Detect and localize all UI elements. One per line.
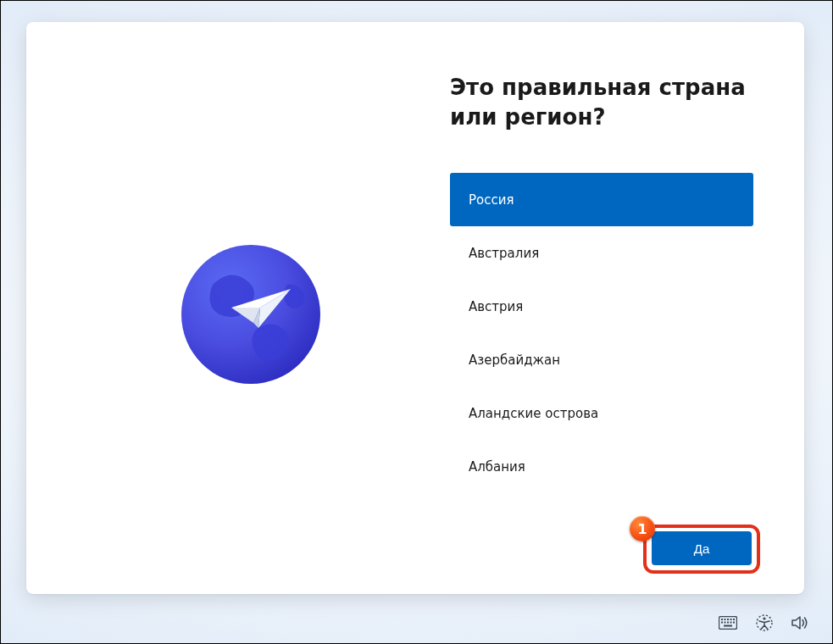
accessibility-icon[interactable] xyxy=(756,614,773,631)
svg-rect-10 xyxy=(733,619,735,620)
content-pane: Это правильная страна или регион? Россия… xyxy=(416,22,804,594)
svg-rect-12 xyxy=(725,622,726,624)
volume-icon[interactable] xyxy=(791,615,810,630)
yes-button[interactable]: Да xyxy=(652,531,752,565)
country-item[interactable]: Австрия xyxy=(450,280,753,333)
globe-paper-plane-icon xyxy=(179,242,323,386)
svg-rect-14 xyxy=(730,622,732,624)
country-item[interactable]: Россия xyxy=(450,173,753,226)
svg-rect-13 xyxy=(727,622,729,624)
oobe-card: Это правильная страна или регион? Россия… xyxy=(26,22,804,594)
svg-rect-9 xyxy=(730,619,732,620)
country-list[interactable]: РоссияАвстралияАвстрияАзербайджанАландск… xyxy=(450,173,753,493)
keyboard-icon[interactable] xyxy=(719,616,737,630)
svg-rect-7 xyxy=(725,619,726,620)
country-item[interactable]: Албания xyxy=(450,440,753,493)
svg-point-18 xyxy=(763,617,765,619)
svg-rect-15 xyxy=(733,622,735,624)
svg-rect-16 xyxy=(724,625,732,627)
country-item[interactable]: Азербайджан xyxy=(450,333,753,386)
svg-rect-6 xyxy=(721,619,723,620)
illustration-pane xyxy=(26,22,416,594)
page-title: Это правильная страна или регион? xyxy=(450,73,753,132)
country-item[interactable]: Аландские острова xyxy=(450,386,753,440)
svg-rect-8 xyxy=(727,619,729,620)
svg-rect-11 xyxy=(721,622,723,624)
system-tray xyxy=(719,614,810,631)
country-item[interactable]: Австралия xyxy=(450,226,753,280)
